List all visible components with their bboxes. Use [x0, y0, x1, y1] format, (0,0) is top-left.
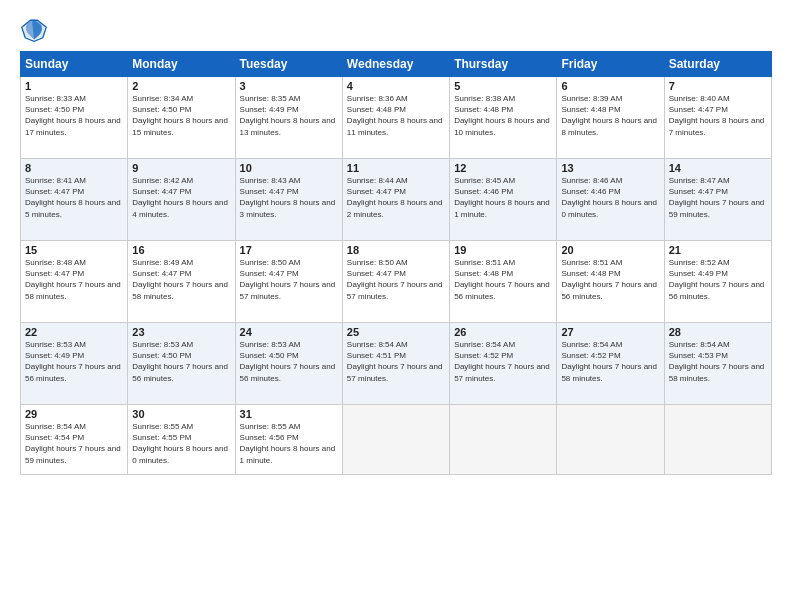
calendar-page: Sunday Monday Tuesday Wednesday Thursday… [0, 0, 792, 612]
calendar-cell: 2Sunrise: 8:34 AMSunset: 4:50 PMDaylight… [128, 77, 235, 159]
day-info: Sunrise: 8:53 AMSunset: 4:50 PMDaylight … [240, 339, 338, 384]
calendar-cell [450, 405, 557, 475]
day-info: Sunrise: 8:47 AMSunset: 4:47 PMDaylight … [669, 175, 767, 220]
calendar-cell: 3Sunrise: 8:35 AMSunset: 4:49 PMDaylight… [235, 77, 342, 159]
calendar-cell: 24Sunrise: 8:53 AMSunset: 4:50 PMDayligh… [235, 323, 342, 405]
day-number: 14 [669, 162, 767, 174]
calendar-cell: 26Sunrise: 8:54 AMSunset: 4:52 PMDayligh… [450, 323, 557, 405]
calendar-cell: 22Sunrise: 8:53 AMSunset: 4:49 PMDayligh… [21, 323, 128, 405]
day-number: 23 [132, 326, 230, 338]
day-info: Sunrise: 8:53 AMSunset: 4:49 PMDaylight … [25, 339, 123, 384]
day-info: Sunrise: 8:38 AMSunset: 4:48 PMDaylight … [454, 93, 552, 138]
day-number: 16 [132, 244, 230, 256]
calendar-cell: 12Sunrise: 8:45 AMSunset: 4:46 PMDayligh… [450, 159, 557, 241]
calendar-cell: 14Sunrise: 8:47 AMSunset: 4:47 PMDayligh… [664, 159, 771, 241]
day-info: Sunrise: 8:54 AMSunset: 4:51 PMDaylight … [347, 339, 445, 384]
calendar-cell: 28Sunrise: 8:54 AMSunset: 4:53 PMDayligh… [664, 323, 771, 405]
day-info: Sunrise: 8:53 AMSunset: 4:50 PMDaylight … [132, 339, 230, 384]
day-number: 29 [25, 408, 123, 420]
calendar-cell: 15Sunrise: 8:48 AMSunset: 4:47 PMDayligh… [21, 241, 128, 323]
day-info: Sunrise: 8:48 AMSunset: 4:47 PMDaylight … [25, 257, 123, 302]
day-info: Sunrise: 8:49 AMSunset: 4:47 PMDaylight … [132, 257, 230, 302]
day-info: Sunrise: 8:33 AMSunset: 4:50 PMDaylight … [25, 93, 123, 138]
day-number: 15 [25, 244, 123, 256]
day-number: 2 [132, 80, 230, 92]
calendar-cell: 6Sunrise: 8:39 AMSunset: 4:48 PMDaylight… [557, 77, 664, 159]
day-number: 7 [669, 80, 767, 92]
calendar-row: 8Sunrise: 8:41 AMSunset: 4:47 PMDaylight… [21, 159, 772, 241]
day-number: 6 [561, 80, 659, 92]
day-info: Sunrise: 8:54 AMSunset: 4:52 PMDaylight … [454, 339, 552, 384]
calendar-cell: 21Sunrise: 8:52 AMSunset: 4:49 PMDayligh… [664, 241, 771, 323]
day-number: 10 [240, 162, 338, 174]
calendar-cell: 18Sunrise: 8:50 AMSunset: 4:47 PMDayligh… [342, 241, 449, 323]
day-info: Sunrise: 8:36 AMSunset: 4:48 PMDaylight … [347, 93, 445, 138]
day-info: Sunrise: 8:50 AMSunset: 4:47 PMDaylight … [240, 257, 338, 302]
day-info: Sunrise: 8:43 AMSunset: 4:47 PMDaylight … [240, 175, 338, 220]
day-number: 17 [240, 244, 338, 256]
header-thursday: Thursday [450, 52, 557, 77]
calendar-cell: 16Sunrise: 8:49 AMSunset: 4:47 PMDayligh… [128, 241, 235, 323]
day-number: 18 [347, 244, 445, 256]
day-number: 26 [454, 326, 552, 338]
calendar-cell [664, 405, 771, 475]
calendar-cell: 19Sunrise: 8:51 AMSunset: 4:48 PMDayligh… [450, 241, 557, 323]
day-number: 22 [25, 326, 123, 338]
day-number: 4 [347, 80, 445, 92]
day-number: 12 [454, 162, 552, 174]
calendar-cell: 29Sunrise: 8:54 AMSunset: 4:54 PMDayligh… [21, 405, 128, 475]
day-info: Sunrise: 8:40 AMSunset: 4:47 PMDaylight … [669, 93, 767, 138]
day-info: Sunrise: 8:50 AMSunset: 4:47 PMDaylight … [347, 257, 445, 302]
calendar-cell: 11Sunrise: 8:44 AMSunset: 4:47 PMDayligh… [342, 159, 449, 241]
calendar-cell: 20Sunrise: 8:51 AMSunset: 4:48 PMDayligh… [557, 241, 664, 323]
calendar-cell: 27Sunrise: 8:54 AMSunset: 4:52 PMDayligh… [557, 323, 664, 405]
day-info: Sunrise: 8:55 AMSunset: 4:56 PMDaylight … [240, 421, 338, 466]
day-number: 25 [347, 326, 445, 338]
calendar-table: Sunday Monday Tuesday Wednesday Thursday… [20, 51, 772, 475]
header-friday: Friday [557, 52, 664, 77]
calendar-cell: 1Sunrise: 8:33 AMSunset: 4:50 PMDaylight… [21, 77, 128, 159]
calendar-cell: 23Sunrise: 8:53 AMSunset: 4:50 PMDayligh… [128, 323, 235, 405]
header-sunday: Sunday [21, 52, 128, 77]
day-info: Sunrise: 8:54 AMSunset: 4:53 PMDaylight … [669, 339, 767, 384]
day-number: 31 [240, 408, 338, 420]
calendar-row: 15Sunrise: 8:48 AMSunset: 4:47 PMDayligh… [21, 241, 772, 323]
day-number: 28 [669, 326, 767, 338]
calendar-cell: 30Sunrise: 8:55 AMSunset: 4:55 PMDayligh… [128, 405, 235, 475]
calendar-row: 29Sunrise: 8:54 AMSunset: 4:54 PMDayligh… [21, 405, 772, 475]
header-saturday: Saturday [664, 52, 771, 77]
day-info: Sunrise: 8:34 AMSunset: 4:50 PMDaylight … [132, 93, 230, 138]
weekday-header-row: Sunday Monday Tuesday Wednesday Thursday… [21, 52, 772, 77]
header-monday: Monday [128, 52, 235, 77]
calendar-cell: 13Sunrise: 8:46 AMSunset: 4:46 PMDayligh… [557, 159, 664, 241]
logo [20, 15, 52, 43]
day-info: Sunrise: 8:51 AMSunset: 4:48 PMDaylight … [454, 257, 552, 302]
header-wednesday: Wednesday [342, 52, 449, 77]
day-number: 19 [454, 244, 552, 256]
day-info: Sunrise: 8:46 AMSunset: 4:46 PMDaylight … [561, 175, 659, 220]
day-info: Sunrise: 8:35 AMSunset: 4:49 PMDaylight … [240, 93, 338, 138]
day-number: 9 [132, 162, 230, 174]
day-info: Sunrise: 8:51 AMSunset: 4:48 PMDaylight … [561, 257, 659, 302]
calendar-cell: 7Sunrise: 8:40 AMSunset: 4:47 PMDaylight… [664, 77, 771, 159]
day-number: 11 [347, 162, 445, 174]
header-tuesday: Tuesday [235, 52, 342, 77]
calendar-cell: 10Sunrise: 8:43 AMSunset: 4:47 PMDayligh… [235, 159, 342, 241]
calendar-cell: 8Sunrise: 8:41 AMSunset: 4:47 PMDaylight… [21, 159, 128, 241]
day-info: Sunrise: 8:39 AMSunset: 4:48 PMDaylight … [561, 93, 659, 138]
day-number: 1 [25, 80, 123, 92]
header [20, 15, 772, 43]
calendar-cell: 25Sunrise: 8:54 AMSunset: 4:51 PMDayligh… [342, 323, 449, 405]
day-number: 5 [454, 80, 552, 92]
calendar-cell: 17Sunrise: 8:50 AMSunset: 4:47 PMDayligh… [235, 241, 342, 323]
day-info: Sunrise: 8:54 AMSunset: 4:52 PMDaylight … [561, 339, 659, 384]
calendar-row: 22Sunrise: 8:53 AMSunset: 4:49 PMDayligh… [21, 323, 772, 405]
day-number: 24 [240, 326, 338, 338]
day-info: Sunrise: 8:42 AMSunset: 4:47 PMDaylight … [132, 175, 230, 220]
calendar-cell [557, 405, 664, 475]
calendar-cell: 9Sunrise: 8:42 AMSunset: 4:47 PMDaylight… [128, 159, 235, 241]
calendar-row: 1Sunrise: 8:33 AMSunset: 4:50 PMDaylight… [21, 77, 772, 159]
day-number: 3 [240, 80, 338, 92]
day-info: Sunrise: 8:54 AMSunset: 4:54 PMDaylight … [25, 421, 123, 466]
day-number: 13 [561, 162, 659, 174]
